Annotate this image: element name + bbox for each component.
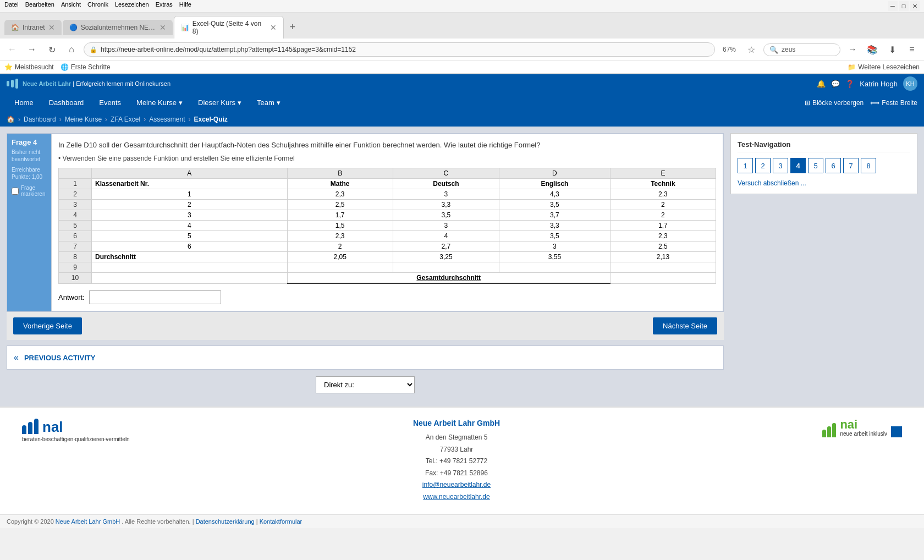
weitere-lesezeichen[interactable]: 📁 Weitere Lesezeichen (848, 63, 920, 71)
tab-sozialunternehmen-label: Sozialunternehmen NEUE ARBE... (81, 24, 156, 31)
footer-email[interactable]: info@neuearbeitlahr.de (422, 481, 491, 488)
cell-b2: 2,3 (287, 189, 393, 200)
cell-e4: 2 (610, 210, 716, 221)
tab-sozialunternehmen-close[interactable]: ✕ (160, 23, 166, 32)
cell-d6: 3,5 (499, 231, 610, 241)
cell-a9 (92, 262, 288, 273)
window-minimize[interactable]: ─ (888, 1, 898, 11)
datenschutz-link[interactable]: Datenschutzerklärung (196, 518, 255, 525)
test-nav-num-1[interactable]: 1 (738, 158, 753, 173)
window-close[interactable]: ✕ (910, 1, 920, 11)
table-row: 10 Gesamtdurchschnitt (59, 273, 716, 284)
menu-bearbeiten[interactable]: Bearbeiten (25, 1, 54, 11)
answer-input[interactable] (89, 290, 221, 304)
question-mark-label[interactable]: Frage markieren (21, 185, 47, 197)
sidebar-icon[interactable]: 📚 (865, 42, 880, 57)
avatar[interactable]: KH (903, 76, 917, 91)
test-nav-num-6[interactable]: 6 (826, 158, 841, 173)
test-nav-num-8[interactable]: 8 (861, 158, 876, 173)
address-bar[interactable]: 🔒 https://neue-arbeit-online.de/mod/quiz… (84, 42, 715, 57)
footer-website[interactable]: www.neuearbeitlahr.de (423, 493, 490, 501)
nav-dieser-kurs[interactable]: Dieser Kurs ▾ (190, 93, 249, 112)
menu-ansicht[interactable]: Ansicht (61, 1, 81, 11)
menu-hilfe[interactable]: Hilfe (179, 1, 191, 11)
test-nav-num-7[interactable]: 7 (843, 158, 859, 173)
menu-extras[interactable]: Extras (156, 1, 173, 11)
window-maximize[interactable]: □ (899, 1, 909, 11)
jump-to-select[interactable]: Direkt zu: (316, 376, 415, 393)
cell-e2: 2,3 (610, 189, 716, 200)
excel-table: A B C D E 1 Klassenarbeit Nr (58, 168, 716, 284)
nav-home[interactable]: Home (7, 93, 41, 112)
footer-right-logo: nai neue arbeit inklusiv (822, 419, 902, 437)
cell-a5: 4 (92, 221, 288, 231)
cell-a2: 1 (92, 189, 288, 200)
forward-button[interactable]: → (24, 42, 40, 57)
cell-b1: Mathe (287, 179, 393, 189)
nav-events[interactable]: Events (91, 93, 129, 112)
feste-breite-btn[interactable]: ⟺ Feste Breite (870, 99, 917, 107)
website: Neue Arbeit Lahr | Erfolgreich lernen mi… (0, 74, 924, 528)
previous-activity-section: « PREVIOUS ACTIVITY (7, 345, 724, 370)
new-tab-button[interactable]: + (285, 20, 300, 35)
prev-activity-label[interactable]: PREVIOUS ACTIVITY (24, 354, 96, 362)
breadcrumb-assessment[interactable]: Assessment (149, 116, 185, 123)
home-button[interactable]: ⌂ (64, 42, 79, 57)
next-page-button[interactable]: Nächste Seite (653, 317, 717, 334)
reload-button[interactable]: ↻ (44, 42, 59, 57)
zoom-level[interactable]: 67% (719, 45, 739, 54)
cell-e10 (610, 273, 716, 284)
breadcrumb-home-icon[interactable]: 🏠 (7, 116, 15, 123)
test-nav-num-5[interactable]: 5 (808, 158, 823, 173)
breadcrumb-dashboard[interactable]: Dashboard (24, 116, 56, 123)
bloecke-verbergen-btn[interactable]: ⊞ Blöcke verbergen (805, 99, 864, 107)
nav-team[interactable]: Team ▾ (249, 93, 288, 112)
tab-intranet-close[interactable]: ✕ (48, 23, 55, 32)
next-arrow-button[interactable]: → (845, 42, 860, 57)
tab-excel-quiz[interactable]: 📊 Excel-Quiz (Seite 4 von 8) ✕ (174, 16, 284, 39)
download-icon[interactable]: ⬇ (884, 42, 900, 57)
help-icon[interactable]: ❓ (845, 80, 854, 88)
row-2-header: 2 (59, 189, 92, 200)
copyright-company-link[interactable]: Neue Arbeit Lahr GmbH (56, 518, 120, 525)
footer-center: Neue Arbeit Lahr GmbH An den Stegmatten … (132, 419, 781, 503)
menu-chronik[interactable]: Chronik (87, 1, 108, 11)
question-mark-checkbox[interactable] (12, 188, 19, 195)
test-nav-submit[interactable]: Versuch abschließen ... (738, 179, 806, 187)
site-logo-text: Neue Arbeit Lahr | Erfolgreich lernen mi… (23, 80, 170, 87)
bookmark-star-icon[interactable]: ☆ (744, 42, 759, 57)
prev-page-button[interactable]: Vorherige Seite (13, 317, 82, 334)
test-nav-num-2[interactable]: 2 (755, 158, 771, 173)
bookmark-erste-schritte[interactable]: 🌐 Erste Schritte (61, 63, 111, 71)
breadcrumb-sep-1: › (18, 116, 20, 123)
breadcrumb-zfa-excel[interactable]: ZFA Excel (111, 116, 140, 123)
table-row: 3 2 2,5 3,3 3,5 2 (59, 200, 716, 210)
main-area: Frage 4 Bisher nicht beantwortet Erreich… (0, 127, 924, 407)
cell-a8: Durchschnitt (92, 252, 288, 262)
cell-d8: 3,55 (499, 252, 610, 262)
menu-datei[interactable]: Datei (4, 1, 19, 11)
user-menu[interactable]: Katrin Hogh (860, 80, 898, 88)
settings-icon[interactable]: ≡ (904, 42, 920, 57)
kontakt-link[interactable]: Kontaktformular (260, 518, 302, 525)
tab-sozialunternehmen[interactable]: 🔵 Sozialunternehmen NEUE ARBE... ✕ (63, 20, 173, 35)
nav-dashboard[interactable]: Dashboard (41, 93, 92, 112)
tab-excel-quiz-close[interactable]: ✕ (270, 23, 277, 32)
back-button[interactable]: ← (4, 42, 20, 57)
question-mark-checkbox-row: Frage markieren (12, 185, 47, 197)
tab-excel-quiz-label: Excel-Quiz (Seite 4 von 8) (193, 20, 267, 35)
tab-intranet[interactable]: 🏠 Intranet ✕ (4, 20, 62, 35)
test-nav-num-3[interactable]: 3 (773, 158, 788, 173)
prev-activity-icon: « (14, 353, 19, 363)
search-bar[interactable]: 🔍 zeus (763, 43, 840, 56)
browser-tabs: 🏠 Intranet ✕ 🔵 Sozialunternehmen NEUE AR… (0, 13, 924, 39)
row-4-header: 4 (59, 210, 92, 221)
menu-lesezeichen[interactable]: Lesezeichen (115, 1, 149, 11)
nav-meine-kurse[interactable]: Meine Kurse ▾ (129, 93, 190, 112)
test-nav-num-4[interactable]: 4 (790, 158, 806, 173)
bell-icon[interactable]: 🔔 (817, 80, 826, 88)
bookmark-meistbesucht[interactable]: ⭐ Meistbesucht (4, 63, 54, 71)
meine-kurse-chevron: ▾ (179, 98, 183, 107)
breadcrumb-meine-kurse[interactable]: Meine Kurse (65, 116, 102, 123)
chat-icon[interactable]: 💬 (831, 80, 840, 88)
